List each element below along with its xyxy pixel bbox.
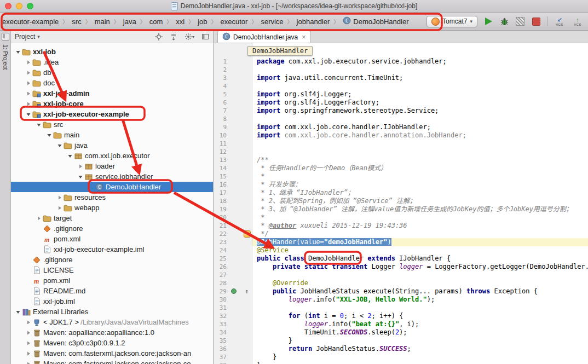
breadcrumb-item[interactable]: com <box>148 17 164 26</box>
code-line[interactable]: 6import org.slf4j.LoggerFactory; <box>214 99 588 107</box>
line-number[interactable]: 28 <box>214 279 228 287</box>
code-line[interactable]: 4 <box>214 82 588 90</box>
line-number[interactable]: 6 <box>214 99 228 107</box>
code-line[interactable]: 28 @Override <box>214 279 588 287</box>
collapse-arrow-icon[interactable] <box>25 330 32 336</box>
code-line[interactable]: 26 private static transient Logger logge… <box>214 263 588 271</box>
breadcrumb-item[interactable]: job <box>197 17 208 26</box>
code-line[interactable]: 11 <box>214 140 588 148</box>
tree-item[interactable]: com.xxl.job.executor <box>11 151 213 161</box>
line-number[interactable]: 26 <box>214 263 228 271</box>
code-line[interactable]: 30 logger.info("XXL-JOB, Hello World."); <box>214 296 588 304</box>
code-line[interactable]: 5import org.slf4j.Logger; <box>214 90 588 99</box>
tree-item[interactable]: xxl-job-executor-example.iml <box>11 244 213 255</box>
tree-item[interactable]: loader <box>11 161 213 171</box>
tree-item[interactable]: mpom.xml <box>11 234 213 244</box>
tree-item[interactable]: src <box>11 119 213 130</box>
hide-panel-button[interactable] <box>201 33 209 41</box>
tree-item[interactable]: Maven: aopalliance:aopalliance:1.0 <box>11 327 213 338</box>
line-number[interactable]: 32 <box>214 312 228 320</box>
line-number[interactable]: 14 <box>214 164 228 172</box>
code-line[interactable]: 1package com.xxl.job.executor.service.jo… <box>214 57 588 66</box>
run-button[interactable] <box>483 16 493 26</box>
collapse-arrow-icon[interactable] <box>35 216 42 221</box>
code-line[interactable]: 25public class DemoJobHandler extends IJ… <box>214 255 588 263</box>
line-number[interactable]: 10 <box>214 131 228 140</box>
tree-item[interactable]: doc <box>11 78 213 88</box>
line-number[interactable]: 24 <box>214 246 228 255</box>
code-line[interactable]: 3import java.util.concurrent.TimeUnit; <box>214 74 588 82</box>
line-number[interactable]: 22 <box>214 230 228 238</box>
collapse-arrow-icon[interactable] <box>25 361 32 364</box>
code-line[interactable]: 24@Service <box>214 246 588 255</box>
code-line[interactable]: 19 * 3、加 “@JobHander” 注解，注解value值为新增任务生成… <box>214 205 588 213</box>
breadcrumb-item[interactable]: service <box>260 17 284 26</box>
tree-item[interactable]: xxl-job-admin <box>11 88 213 99</box>
line-number[interactable]: 27 <box>214 271 228 279</box>
code-line[interactable]: 35 } <box>214 337 588 345</box>
collapse-arrow-icon[interactable] <box>25 320 32 325</box>
code-line[interactable]: 14 * 任务Handler的一个Demo（Bean模式） <box>214 164 588 172</box>
line-number[interactable]: 35 <box>214 337 228 345</box>
breadcrumb-item[interactable]: src <box>71 17 82 26</box>
tree-item[interactable]: xxl-job <box>11 47 213 57</box>
tree-item[interactable]: .gitignore <box>11 255 213 265</box>
code-line[interactable]: 37 } <box>214 353 588 361</box>
code-line[interactable]: 8 <box>214 115 588 123</box>
code-line[interactable]: 21 * @author xuxueli 2015-12-19 19:43:36 <box>214 222 588 230</box>
intention-bulb-icon[interactable] <box>244 230 251 238</box>
line-number[interactable]: 33 <box>214 320 228 328</box>
line-number[interactable]: 12 <box>214 148 228 156</box>
line-number[interactable]: 38 <box>214 361 228 364</box>
tree-item[interactable]: target <box>11 213 213 223</box>
line-number[interactable]: 37 <box>214 353 228 361</box>
tree-item[interactable]: xxl-job-executor-example <box>11 109 213 119</box>
tree-item[interactable]: java <box>11 140 213 151</box>
collapse-arrow-icon[interactable] <box>77 164 84 169</box>
code-line[interactable]: 34 TimeUnit.SECONDS.sleep(2); <box>214 328 588 337</box>
line-number[interactable]: 9 <box>214 123 228 131</box>
tree-item[interactable]: CDemoJobHandler <box>11 182 213 192</box>
override-marker-icon[interactable]: ↑ <box>245 287 249 296</box>
expand-arrow-icon[interactable] <box>45 132 53 138</box>
line-number[interactable]: 17 <box>214 189 228 197</box>
tree-item[interactable]: resources <box>11 192 213 203</box>
code-line[interactable]: 10import com.xxl.job.core.handler.annota… <box>214 131 588 140</box>
tree-item[interactable]: webapp <box>11 203 213 213</box>
line-number[interactable]: 2 <box>214 66 228 74</box>
expand-arrow-icon[interactable] <box>14 49 21 55</box>
line-number[interactable]: 23 <box>214 238 228 246</box>
coverage-button[interactable] <box>515 16 525 26</box>
collapse-arrow-icon[interactable] <box>25 340 32 346</box>
vcs-update-button[interactable]: ↙ VCS <box>554 15 566 28</box>
breadcrumb-item[interactable]: xxl <box>175 17 186 26</box>
line-number[interactable]: 13 <box>214 156 228 164</box>
code-line[interactable]: 31 <box>214 304 588 312</box>
tree-item[interactable]: xxl-job.iml <box>11 296 213 307</box>
run-config-select[interactable]: Tomcat7 ▾ <box>426 16 477 27</box>
tree-item[interactable]: Maven: com.fasterxml.jackson.core:jackso… <box>11 359 213 364</box>
breadcrumb-item[interactable]: jobhandler <box>296 17 331 26</box>
collapse-arrow-icon[interactable] <box>25 351 32 356</box>
line-number[interactable]: 4 <box>214 82 228 90</box>
breadcrumb-item[interactable]: executor <box>220 17 249 26</box>
code-line[interactable]: 7import org.springframework.stereotype.S… <box>214 107 588 115</box>
minimize-window-button[interactable] <box>16 3 22 9</box>
collapse-all-button[interactable] <box>170 33 177 41</box>
code-line[interactable]: 32 for (int i = 0; i < 2; i++) { <box>214 312 588 320</box>
code-line[interactable]: 12 <box>214 148 588 156</box>
tree-item[interactable]: .idea <box>11 57 213 67</box>
expand-arrow-icon[interactable] <box>56 143 63 148</box>
line-number[interactable]: 25 <box>214 255 228 263</box>
tree-item[interactable]: xxl-job-core <box>11 99 213 109</box>
tree-item[interactable]: mpom.xml <box>11 275 213 286</box>
tab-demojobhandler[interactable]: C DemoJobHandler.java × <box>217 31 311 43</box>
line-number[interactable]: 15 <box>214 172 228 181</box>
tree-item[interactable]: db <box>11 67 213 78</box>
code-line[interactable]: 38} <box>214 361 588 364</box>
collapse-arrow-icon[interactable] <box>56 205 63 211</box>
code-area[interactable]: 1package com.xxl.job.executor.service.jo… <box>214 43 588 364</box>
stop-button[interactable] <box>531 16 541 26</box>
chevron-down-icon[interactable]: ▾ <box>37 34 40 39</box>
breadcrumb-item[interactable]: java <box>122 17 137 26</box>
